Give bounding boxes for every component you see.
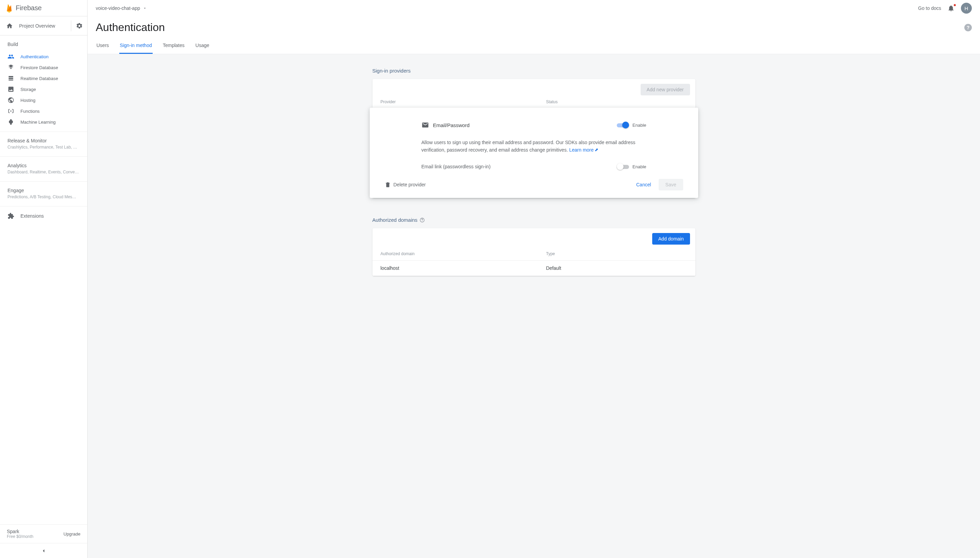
section-title: Release & Monitor <box>8 138 80 143</box>
svg-point-0 <box>10 110 11 112</box>
project-name: voice-video-chat-app <box>96 5 140 11</box>
col-header-provider: Provider <box>381 100 546 104</box>
settings-button[interactable] <box>71 20 87 31</box>
logo-row[interactable]: Firebase <box>0 0 87 16</box>
section-subtitle: Crashlytics, Performance, Test Lab, … <box>8 145 80 149</box>
firestore-icon <box>8 64 14 71</box>
upgrade-button[interactable]: Upgrade <box>63 532 80 537</box>
help-button[interactable]: ? <box>964 24 972 31</box>
enable-toggle[interactable] <box>617 121 629 128</box>
sidebar-item-realtime[interactable]: Realtime Database <box>0 73 87 84</box>
provider-description-text: Allow users to sign up using their email… <box>422 140 635 153</box>
delete-label: Delete provider <box>394 182 426 187</box>
project-selector[interactable]: voice-video-chat-app <box>96 5 147 11</box>
tab-sign-in-method[interactable]: Sign-in method <box>119 39 153 54</box>
extensions-icon <box>8 213 14 219</box>
add-provider-button[interactable]: Add new provider <box>640 84 690 95</box>
enable-label: Enable <box>632 164 646 169</box>
nav-label: Storage <box>20 87 36 92</box>
collapse-sidebar-button[interactable] <box>0 543 87 558</box>
sidebar-item-authentication[interactable]: Authentication <box>0 51 87 62</box>
sidebar-section-analytics[interactable]: Analytics Dashboard, Realtime, Events, C… <box>0 156 87 181</box>
project-overview-label: Project Overview <box>19 23 55 29</box>
cancel-button[interactable]: Cancel <box>630 179 657 190</box>
nav-label: Functions <box>20 109 39 114</box>
help-outline-icon[interactable] <box>419 217 425 223</box>
topbar: voice-video-chat-app Go to docs H <box>87 0 980 16</box>
notification-dot-icon <box>954 4 956 7</box>
plan-name: Spark <box>7 529 33 534</box>
docs-link[interactable]: Go to docs <box>918 5 941 11</box>
domain-name: localhost <box>381 265 546 271</box>
sidebar-item-ml[interactable]: Machine Learning <box>0 117 87 127</box>
email-link-toggle[interactable] <box>617 163 629 170</box>
globe-icon <box>8 97 14 103</box>
plan-row: Spark Free $0/month Upgrade <box>0 524 87 543</box>
provider-edit-panel: Email/Password Enable Allow users to sig… <box>370 108 698 198</box>
extensions-label: Extensions <box>20 213 44 219</box>
save-button[interactable]: Save <box>659 179 683 190</box>
home-icon <box>6 23 13 29</box>
email-link-label: Email link (passwordless sign-in) <box>422 164 491 169</box>
brand-text: Firebase <box>16 4 41 12</box>
sidebar-item-hosting[interactable]: Hosting <box>0 95 87 106</box>
avatar[interactable]: H <box>961 3 972 14</box>
people-icon <box>8 53 14 60</box>
sidebar-item-storage[interactable]: Storage <box>0 84 87 95</box>
sidebar-item-project-overview[interactable]: Project Overview <box>0 23 71 29</box>
col-header-domain: Authorized domain <box>381 251 546 256</box>
gear-icon <box>76 23 83 29</box>
section-subtitle: Dashboard, Realtime, Events, Conve… <box>8 170 80 174</box>
notifications-button[interactable] <box>945 5 957 12</box>
sidebar-item-functions[interactable]: Functions <box>0 106 87 117</box>
nav-label: Machine Learning <box>20 120 56 125</box>
caret-down-icon <box>143 6 147 10</box>
nav-label: Realtime Database <box>20 76 58 81</box>
storage-icon <box>8 86 14 93</box>
ml-icon <box>8 118 14 125</box>
sidebar: Firebase Project Overview Build Authenti… <box>0 0 87 558</box>
section-subtitle: Predictions, A/B Testing, Cloud Mes… <box>8 195 80 199</box>
main: voice-video-chat-app Go to docs H Authen… <box>87 0 980 558</box>
section-title-domains: Authorized domains <box>373 217 696 223</box>
page-title: Authentication <box>96 21 165 34</box>
col-header-status: Status <box>546 100 558 104</box>
tabs: Users Sign-in method Templates Usage <box>96 39 972 54</box>
sidebar-section-release[interactable]: Release & Monitor Crashlytics, Performan… <box>0 131 87 156</box>
domains-title-text: Authorized domains <box>373 217 418 223</box>
section-title-providers: Sign-in providers <box>373 68 696 74</box>
col-header-type: Type <box>546 251 555 256</box>
section-title: Analytics <box>8 163 80 168</box>
learn-more-link[interactable]: Learn more⬈ <box>569 146 598 154</box>
section-title: Engage <box>8 188 80 193</box>
email-icon <box>422 121 429 129</box>
tab-users[interactable]: Users <box>96 39 110 54</box>
trash-icon <box>385 182 391 188</box>
domains-card: Add domain Authorized domain Type localh… <box>373 228 696 276</box>
firebase-logo-icon <box>5 3 13 13</box>
providers-card: Add new provider Provider Status Email/P… <box>373 79 696 198</box>
section-header-build[interactable]: Build <box>0 35 87 51</box>
external-link-icon: ⬈ <box>594 146 598 153</box>
enable-label: Enable <box>632 123 646 128</box>
provider-description: Allow users to sign up using their email… <box>422 139 647 154</box>
provider-name: Email/Password <box>433 122 470 128</box>
add-domain-button[interactable]: Add domain <box>652 233 690 245</box>
chevron-left-icon <box>41 548 47 554</box>
functions-icon <box>8 108 14 115</box>
table-row[interactable]: localhost Default <box>373 261 696 276</box>
learn-more-text: Learn more <box>569 146 594 154</box>
plan-price: Free $0/month <box>7 534 33 539</box>
sidebar-item-firestore[interactable]: Firestore Database <box>0 62 87 73</box>
domain-type: Default <box>546 265 561 271</box>
database-icon <box>8 75 14 82</box>
tab-templates[interactable]: Templates <box>162 39 185 54</box>
sidebar-item-extensions[interactable]: Extensions <box>0 206 87 225</box>
nav-label: Firestore Database <box>20 65 58 70</box>
tab-usage[interactable]: Usage <box>195 39 210 54</box>
sidebar-section-engage[interactable]: Engage Predictions, A/B Testing, Cloud M… <box>0 181 87 206</box>
nav-label: Hosting <box>20 98 35 103</box>
nav-label: Authentication <box>20 54 48 59</box>
delete-provider-button[interactable]: Delete provider <box>385 182 426 188</box>
